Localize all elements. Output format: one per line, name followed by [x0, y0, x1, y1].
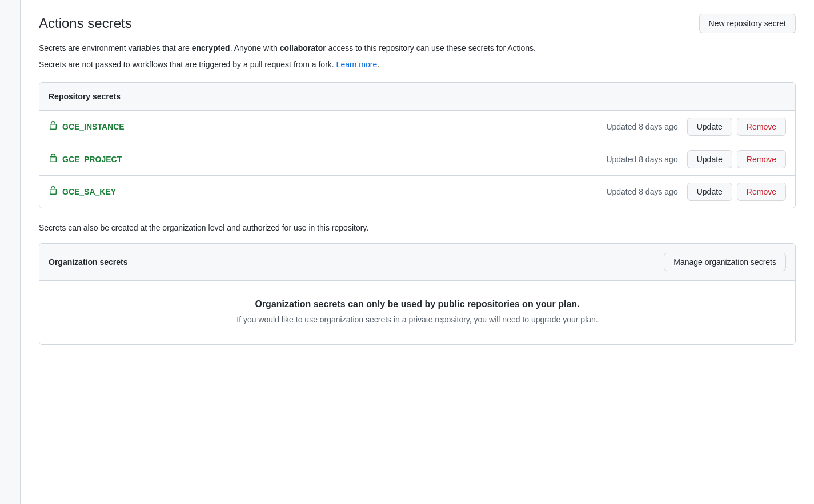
sidebar — [0, 0, 21, 504]
organization-secrets-header: Organization secrets Manage organization… — [39, 244, 795, 281]
organization-secrets-title: Organization secrets — [49, 257, 128, 267]
org-empty-desc: If you would like to use organization se… — [49, 314, 786, 326]
repository-secrets-header: Repository secrets — [39, 83, 795, 111]
description-block: Secrets are environment variables that a… — [39, 42, 796, 71]
update-button[interactable]: Update — [687, 183, 732, 201]
secret-actions: Update Remove — [687, 118, 786, 136]
repository-secrets-title: Repository secrets — [49, 92, 121, 101]
page-header: Actions secrets New repository secret — [39, 14, 796, 33]
table-row: GCE_INSTANCE Updated 8 days ago Update R… — [39, 111, 795, 143]
table-row: GCE_SA_KEY Updated 8 days ago Update Rem… — [39, 176, 795, 208]
org-info-text: Secrets can also be created at the organ… — [39, 222, 796, 234]
update-button[interactable]: Update — [687, 150, 732, 168]
org-empty-title: Organization secrets can only be used by… — [49, 299, 786, 309]
secret-name: GCE_INSTANCE — [62, 122, 606, 131]
lock-icon — [49, 154, 58, 165]
desc-suffix: access to this repository can use these … — [326, 43, 536, 53]
page-title: Actions secrets — [39, 15, 132, 31]
lock-icon — [49, 186, 58, 197]
manage-organization-secrets-button[interactable]: Manage organization secrets — [664, 253, 786, 271]
desc-line2-suffix: . — [377, 60, 379, 69]
org-empty-state: Organization secrets can only be used by… — [39, 281, 795, 344]
encrypted-bold: encrypted — [192, 43, 230, 53]
desc-prefix: Secrets are environment variables that a… — [39, 43, 192, 53]
description-line1: Secrets are environment variables that a… — [39, 42, 796, 54]
new-repository-secret-button[interactable]: New repository secret — [699, 14, 796, 33]
collaborator-bold: collaborator — [280, 43, 326, 53]
update-button[interactable]: Update — [687, 118, 732, 136]
remove-button[interactable]: Remove — [737, 183, 786, 201]
organization-secrets-section: Organization secrets Manage organization… — [39, 243, 796, 345]
secrets-list: GCE_INSTANCE Updated 8 days ago Update R… — [39, 111, 795, 208]
lock-icon — [49, 121, 58, 132]
desc-middle: . Anyone with — [230, 43, 280, 53]
secret-updated: Updated 8 days ago — [606, 187, 677, 196]
secret-actions: Update Remove — [687, 150, 786, 168]
table-row: GCE_PROJECT Updated 8 days ago Update Re… — [39, 143, 795, 176]
secret-updated: Updated 8 days ago — [606, 155, 677, 164]
learn-more-link[interactable]: Learn more — [336, 60, 378, 69]
main-content: Actions secrets New repository secret Se… — [21, 0, 814, 504]
secret-updated: Updated 8 days ago — [606, 122, 677, 131]
secret-name: GCE_PROJECT — [62, 155, 606, 164]
repository-secrets-section: Repository secrets GCE_INSTANCE Updated … — [39, 82, 796, 208]
secret-actions: Update Remove — [687, 183, 786, 201]
desc-line2-prefix: Secrets are not passed to workflows that… — [39, 60, 336, 69]
description-line2: Secrets are not passed to workflows that… — [39, 59, 796, 71]
remove-button[interactable]: Remove — [737, 150, 786, 168]
secret-name: GCE_SA_KEY — [62, 187, 606, 196]
remove-button[interactable]: Remove — [737, 118, 786, 136]
